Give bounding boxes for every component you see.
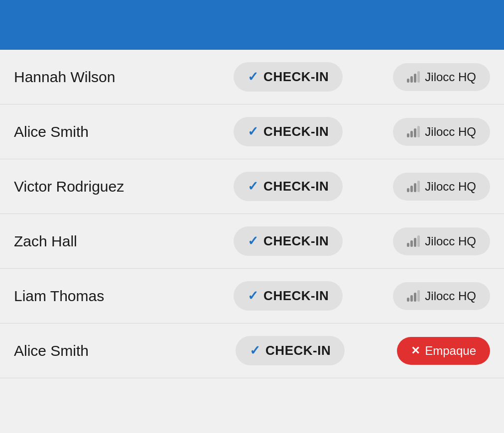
list-item: Liam Thomas✓CHECK-INJilocc HQ (0, 269, 504, 324)
location-button[interactable]: ✕Empaque (397, 337, 490, 365)
checkmark-icon: ✓ (248, 124, 258, 139)
checkin-label: CHECK-IN (263, 233, 329, 249)
list-item: Hannah Wilson✓CHECK-INJilocc HQ (0, 50, 504, 105)
checkin-button[interactable]: ✓CHECK-IN (234, 117, 343, 146)
signal-icon (407, 181, 420, 192)
signal-icon (407, 126, 420, 137)
location-label: Jilocc HQ (425, 289, 476, 303)
list-item: Victor Rodriguez✓CHECK-INJilocc HQ (0, 159, 504, 214)
checkmark-icon: ✓ (250, 343, 260, 358)
header-bar (0, 0, 504, 50)
checkin-button[interactable]: ✓CHECK-IN (234, 226, 343, 256)
location-label: Jilocc HQ (425, 70, 476, 84)
person-name: Alice Smith (14, 123, 183, 140)
list-item: Zach Hall✓CHECK-INJilocc HQ (0, 214, 504, 269)
checkmark-icon: ✓ (248, 233, 258, 249)
location-button[interactable]: Jilocc HQ (393, 173, 490, 201)
location-label: Jilocc HQ (425, 180, 476, 194)
checkin-button[interactable]: ✓CHECK-IN (234, 172, 343, 201)
person-name: Alice Smith (14, 342, 183, 359)
checkin-label: CHECK-IN (263, 179, 329, 194)
checkmark-icon: ✓ (248, 288, 258, 304)
checkin-button[interactable]: ✓CHECK-IN (234, 281, 343, 311)
person-name: Liam Thomas (14, 288, 183, 305)
location-label: Empaque (425, 344, 476, 358)
checkin-label: CHECK-IN (265, 343, 331, 358)
person-name: Zach Hall (14, 233, 183, 250)
checkmark-icon: ✓ (248, 179, 258, 194)
signal-icon (407, 236, 420, 247)
checkin-button[interactable]: ✓CHECK-IN (236, 336, 345, 365)
checkin-label: CHECK-IN (263, 124, 329, 139)
signal-icon (407, 72, 420, 83)
location-button[interactable]: Jilocc HQ (393, 118, 490, 146)
location-label: Jilocc HQ (425, 125, 476, 139)
person-name: Victor Rodriguez (14, 178, 183, 195)
checkin-label: CHECK-IN (263, 288, 329, 304)
location-button[interactable]: Jilocc HQ (393, 63, 490, 91)
checkin-button[interactable]: ✓CHECK-IN (234, 62, 343, 92)
list-item: Alice Smith✓CHECK-INJilocc HQ (0, 105, 504, 159)
location-button[interactable]: Jilocc HQ (393, 282, 490, 310)
list-container: Hannah Wilson✓CHECK-INJilocc HQAlice Smi… (0, 50, 504, 378)
checkin-label: CHECK-IN (263, 69, 329, 85)
person-name: Hannah Wilson (14, 69, 183, 86)
location-label: Jilocc HQ (425, 234, 476, 248)
list-item: Alice Smith✓CHECK-IN✕Empaque (0, 324, 504, 378)
signal-icon (407, 291, 420, 302)
checkmark-icon: ✓ (248, 69, 258, 85)
location-button[interactable]: Jilocc HQ (393, 227, 490, 255)
x-icon: ✕ (411, 344, 420, 357)
